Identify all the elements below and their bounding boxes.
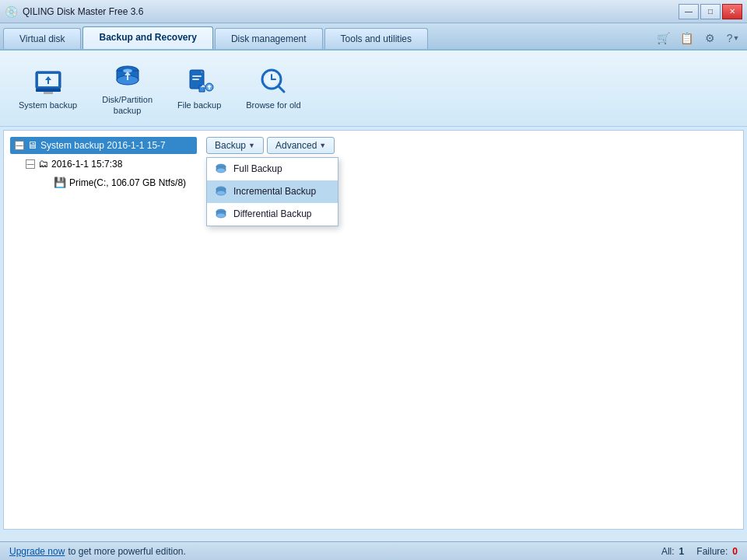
browse-for-old-label: Browse for old [246,100,300,110]
close-button[interactable]: ✕ [722,4,742,19]
doc-button[interactable]: 📋 [675,27,697,49]
disk-partition-label: Disk/Partition backup [102,94,153,117]
full-backup-option[interactable]: Full Backup [207,158,338,180]
tab-backup-recovery[interactable]: Backup and Recovery [82,26,212,49]
advanced-button[interactable]: Advanced ▼ [267,137,335,154]
svg-rect-3 [44,92,53,94]
upgrade-now-link[interactable]: Upgrade now [9,546,65,557]
action-area: Backup ▼ Advanced ▼ [206,137,335,154]
tab-virtual-disk[interactable]: Virtual disk [3,28,81,49]
differential-backup-label: Differential Backup [233,208,312,219]
svg-line-16 [279,86,284,92]
file-backup-label: File backup [177,100,221,110]
root-label: System backup 2016-1-1 15-7 [40,140,166,151]
advanced-label: Advanced [275,140,317,151]
upgrade-detail: to get more powerful edition. [68,546,185,557]
cart-button[interactable]: 🛒 [652,27,674,49]
file-backup-icon [184,65,215,96]
backup-dropdown-arrow: ▼ [248,142,255,149]
title-controls: — □ ✕ [679,4,742,19]
browse-for-old-button[interactable]: Browse for old [240,62,307,114]
svg-point-22 [216,191,226,195]
partition-label: Prime(C:, 106.07 GB Ntfs/8) [69,177,186,188]
tree-expander-root[interactable]: — [15,141,24,150]
all-count: 1 [679,546,685,557]
app-title: QILING Disk Master Free 3.6 [23,6,143,17]
file-backup-button[interactable]: File backup [171,62,227,114]
help-button[interactable]: ?▼ [722,27,744,49]
icon-toolbar: System backup Disk/Partition backup File… [0,51,747,127]
folder-icon: 🗂 [38,158,48,170]
app-icon: 💿 [5,5,18,18]
full-backup-disk-icon [215,162,227,177]
full-backup-label: Full Backup [233,163,282,174]
system-backup-button[interactable]: System backup [12,62,83,114]
tree-row-partition[interactable]: 💾 Prime(C:, 106.07 GB Ntfs/8) [10,174,737,191]
disk-partition-icon [112,60,143,91]
svg-point-19 [216,168,226,173]
title-left: 💿 QILING Disk Master Free 3.6 [5,5,143,18]
settings-button[interactable]: ⚙ [699,27,721,49]
date-label: 2016-1-1 15:7:38 [51,159,122,170]
disk-icon: 💾 [54,177,66,188]
tree-row-date[interactable]: — 🗂 2016-1-1 15:7:38 [10,156,737,173]
tree-expander-date[interactable]: — [26,159,35,169]
svg-rect-12 [192,79,199,80]
system-backup-label: System backup [19,100,77,110]
differential-backup-option[interactable]: Differential Backup [207,203,338,226]
svg-rect-11 [192,75,202,77]
tab-tools-utilities[interactable]: Tools and utilities [324,28,428,49]
status-right: All: 1 Failure: 0 [661,546,738,557]
tab-bar: Virtual disk Backup and Recovery Disk ma… [0,23,747,51]
all-label: All: [661,546,675,557]
tab-disk-management[interactable]: Disk management [215,28,323,49]
incremental-backup-option[interactable]: Incremental Backup [207,180,338,203]
failure-count: 0 [732,546,738,557]
advanced-dropdown-arrow: ▼ [319,142,326,149]
all-status: All: 1 [661,546,684,557]
disk-partition-backup-button[interactable]: Disk/Partition backup [96,57,159,120]
title-bar: 💿 QILING Disk Master Free 3.6 — □ ✕ [0,0,747,23]
failure-status: Failure: 0 [696,546,738,557]
svg-rect-2 [36,89,61,92]
backup-dropdown-menu: Full Backup Incremental Backup Differe [206,157,338,226]
incremental-disk-icon [215,184,227,199]
browse-for-old-icon [258,65,289,96]
minimize-button[interactable]: — [679,4,699,19]
incremental-backup-label: Incremental Backup [233,186,316,197]
system-backup-icon [33,65,64,96]
svg-point-25 [216,213,226,218]
status-bar: Upgrade now to get more powerful edition… [0,541,747,560]
maximize-button[interactable]: □ [700,4,721,19]
backup-label: Backup [215,140,246,151]
differential-disk-icon [215,207,227,222]
tree-row-root[interactable]: — 🖥 System backup 2016-1-1 15-7 [10,137,197,154]
main-content: — 🖥 System backup 2016-1-1 15-7 — 🗂 2016… [3,130,744,530]
backup-button[interactable]: Backup ▼ [206,137,264,154]
right-toolbar: 🛒 📋 ⚙ ?▼ [652,27,744,49]
failure-label: Failure: [696,546,728,557]
file-tree: — 🖥 System backup 2016-1-1 15-7 — 🗂 2016… [4,131,743,198]
computer-icon: 🖥 [27,139,37,151]
